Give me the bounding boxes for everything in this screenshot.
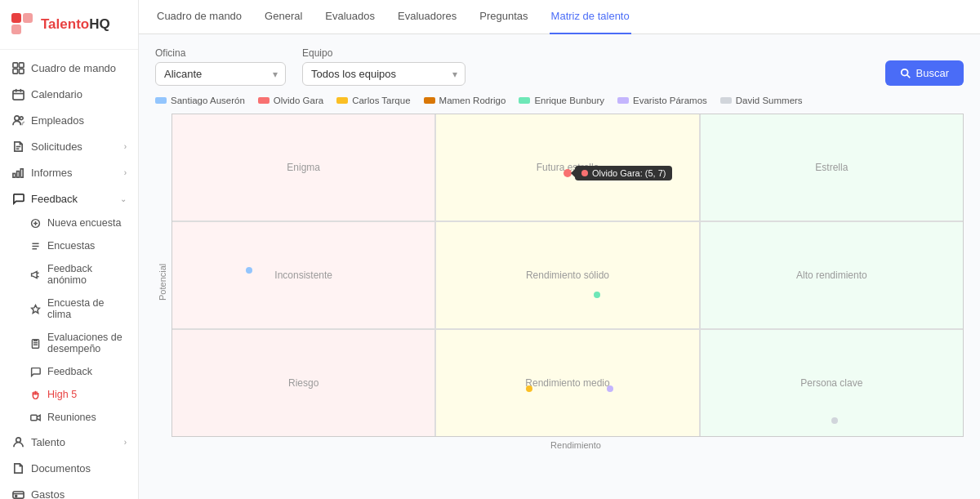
tab-matriz-de-talento[interactable]: Matriz de talento [550,0,631,34]
legend-david: David Summers [720,96,803,105]
megaphone-icon [29,269,41,280]
legend-enrique: Enrique Bunbury [519,96,604,105]
doc-icon [11,461,24,474]
svg-rect-16 [16,171,19,177]
sidebar-item-calendario[interactable]: Calendario [0,81,138,107]
clipboard-icon [29,337,41,349]
equipo-select[interactable]: Todos los equipos [302,62,466,86]
legend-label-enrique: Enrique Bunbury [534,96,604,105]
chevron-right-icon: › [124,168,127,177]
legend-dot-enrique [519,97,530,104]
cell-label-estrella: Estrella [815,162,848,173]
tab-cuadro-de-mando[interactable]: Cuadro de mando [155,0,243,34]
cell-label-inconsistente: Inconsistente [274,270,332,281]
buscar-button[interactable]: Buscar [885,60,964,86]
sidebar-item-nueva-encuesta[interactable]: Nueva encuesta [0,212,138,234]
sidebar-item-informes[interactable]: Informes › [0,159,138,185]
calendar-icon [11,87,24,100]
legend-label-carlos: Carlos Tarque [352,96,410,105]
filters-row: Oficina Alicante Equipo Todos los equipo… [155,47,964,86]
dot-santiago[interactable] [246,267,252,274]
video-icon [29,412,41,423]
svg-point-12 [20,116,23,119]
legend-label-evaristo: Evaristo Páramos [633,96,707,105]
legend-dot-mamen [424,97,435,104]
message-icon [29,366,41,377]
sidebar-sub-label: Feedback anónimo [47,263,127,286]
svg-rect-30 [30,415,36,421]
legend-dot-carlos [336,97,348,104]
star-icon [29,303,41,314]
cell-rendimiento-medio: Rendimiento medio [436,330,698,436]
sidebar-item-solicitudes[interactable]: Solicitudes › [0,133,138,159]
tab-evaluadores[interactable]: Evaluadores [396,0,458,34]
sidebar-sub-label: Reuniones [47,412,96,423]
oficina-label: Oficina [155,47,286,59]
svg-rect-15 [12,173,15,177]
cell-inconsistente: Inconsistente [172,222,434,328]
cell-label-persona-clave: Persona clave [800,377,862,389]
sidebar-item-label: Calendario [31,88,82,100]
dot-carlos[interactable] [526,385,532,392]
sidebar-item-evaluaciones-desempeno[interactable]: Evaluaciones de desempeño [0,326,138,360]
equipo-select-wrapper: Todos los equipos [302,62,466,86]
sidebar-item-feedback-anonimo[interactable]: Feedback anónimo [0,257,138,292]
dot-evaristo[interactable] [607,385,613,392]
legend-label-santiago: Santiago Auserón [171,96,245,105]
legend-dot-olvido [258,97,270,104]
oficina-select[interactable]: Alicante [155,62,286,86]
sidebar-item-high5[interactable]: High 5 [0,383,138,406]
cell-enigma: Enigma [172,114,434,221]
chart-icon [11,166,24,179]
cell-label-rendimiento-solido: Rendimiento sólido [526,270,609,281]
top-navigation: Cuadro de mando General Evaluados Evalua… [139,0,980,34]
file-icon [11,140,24,153]
svg-rect-3 [12,62,17,67]
sidebar-item-encuestas[interactable]: Encuestas [0,234,138,257]
sidebar-item-empleados[interactable]: Empleados [0,107,138,133]
y-axis-label: Potencial [155,114,170,450]
svg-line-24 [37,273,38,274]
svg-line-41 [906,74,910,78]
cell-futura-estrella: Futura estrella Olvido Gara: (5, 7) [436,114,698,221]
legend-carlos: Carlos Tarque [336,96,410,105]
tooltip-olvido: Olvido Gara: (5, 7) [575,166,672,180]
sidebar-item-encuesta-de-clima[interactable]: Encuesta de clima [0,292,138,326]
legend-olvido: Olvido Gara [258,96,323,105]
sidebar-item-gastos[interactable]: Gastos [0,481,138,499]
money-icon [11,488,24,499]
legend-evaristo: Evaristo Páramos [617,96,707,105]
tab-preguntas[interactable]: Preguntas [478,0,529,34]
dot-enrique[interactable] [594,292,600,298]
legend-santiago: Santiago Auserón [155,96,245,105]
sidebar-item-feedback[interactable]: Feedback ⌄ [0,185,138,212]
svg-rect-1 [23,13,33,23]
matrix-container: Potencial Enigma Futura estrella [155,114,964,450]
sidebar-item-feedback-sub[interactable]: Feedback [0,360,138,383]
talent-icon [11,435,24,448]
legend-dot-santiago [155,97,167,104]
oficina-filter-group: Oficina Alicante [155,47,286,86]
svg-rect-5 [12,69,17,74]
buscar-label: Buscar [916,67,949,79]
sidebar-item-talento[interactable]: Talento › [0,429,138,455]
svg-rect-2 [11,25,21,34]
sidebar-item-documentos[interactable]: Documentos [0,455,138,481]
list-icon [29,240,41,252]
sidebar-sub-label: Evaluaciones de desempeño [47,332,127,354]
sidebar-item-reuniones[interactable]: Reuniones [0,406,138,429]
x-axis-label: Rendimiento [172,440,964,450]
sidebar-sub-label: Encuesta de clima [47,297,127,320]
sidebar-item-label: Gastos [31,488,65,500]
cell-label-rendimiento-medio: Rendimiento medio [525,377,609,389]
tab-general[interactable]: General [263,0,304,34]
sidebar-nav: Cuadro de mando Calendario Empleados Sol… [0,50,138,499]
tab-evaluados[interactable]: Evaluados [323,0,376,34]
cell-rendimiento-solido: Rendimiento sólido [436,222,698,328]
cell-persona-clave: Persona clave [701,330,963,436]
sidebar-sub-label: High 5 [47,389,77,400]
sidebar-item-cuadro-de-mando[interactable]: Cuadro de mando [0,55,138,81]
dot-david[interactable] [831,417,838,424]
sidebar: TalentoHQ Cuadro de mando Calendario Emp… [0,0,139,499]
equipo-filter-group: Equipo Todos los equipos [302,47,466,86]
